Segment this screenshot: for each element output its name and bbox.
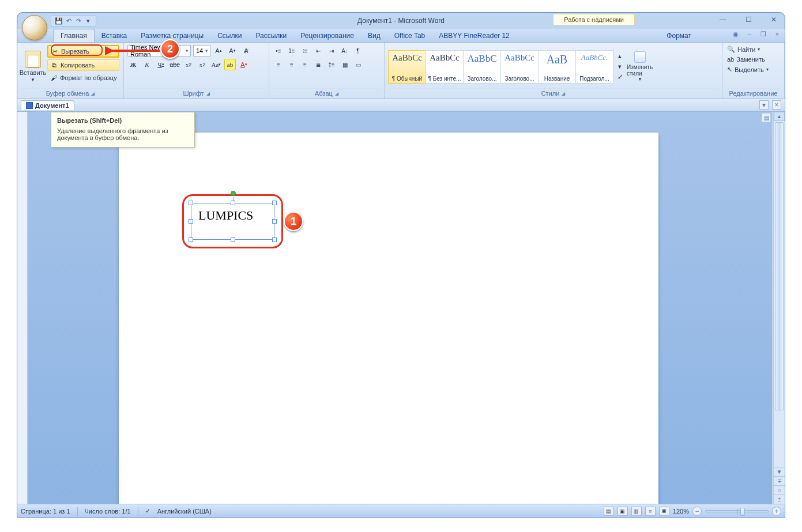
replace-button[interactable]: abЗаменить (726, 55, 781, 63)
maximize-button[interactable]: ☐ (741, 14, 756, 25)
clipboard-dialog-launcher[interactable]: ◢ (91, 91, 95, 96)
italic-button[interactable]: К (141, 59, 153, 70)
superscript-button[interactable]: x2 (197, 59, 208, 70)
prev-page-button[interactable]: ∓ (774, 476, 785, 485)
style-heading1[interactable]: AaBbCЗаголово... (463, 50, 501, 84)
copy-button[interactable]: ⧉ Копировать (47, 59, 119, 71)
grow-font-button[interactable]: A▴ (213, 45, 224, 56)
resize-handle-tl[interactable] (189, 201, 193, 205)
style-no-spacing[interactable]: AaBbCc¶ Без инте... (426, 50, 464, 84)
textbox-text[interactable]: LUMPICS (191, 203, 274, 228)
view-outline[interactable]: ≡ (645, 507, 656, 516)
styles-down-button[interactable]: ▾ (614, 62, 626, 72)
align-center-button[interactable]: ≡ (286, 59, 298, 70)
close-button[interactable]: ✕ (766, 14, 781, 25)
zoom-level[interactable]: 120% (673, 508, 689, 515)
style-subtitle[interactable]: AaBbCc.Подзагол... (575, 50, 613, 84)
status-page[interactable]: Страница: 1 из 1 (21, 508, 70, 515)
shading-button[interactable]: ▦ (339, 59, 351, 70)
textbox-shape[interactable]: LUMPICS (191, 203, 274, 240)
change-case-button[interactable]: Aa▾ (210, 59, 222, 70)
align-right-button[interactable]: ≡ (299, 59, 311, 70)
tab-insert[interactable]: Вставка (95, 29, 134, 42)
tab-office[interactable]: Office Tab (387, 29, 432, 42)
dec-indent-button[interactable]: ⇤ (312, 45, 324, 56)
resize-handle-br[interactable] (272, 237, 277, 242)
styles-more-button[interactable]: ⤢ (614, 72, 626, 82)
mdi-restore-icon[interactable]: ❐ (759, 31, 767, 38)
line-spacing-button[interactable]: ‡≡ (326, 59, 337, 70)
tab-close-button[interactable]: × (772, 100, 781, 110)
scroll-thumb[interactable] (775, 122, 784, 410)
inc-indent-button[interactable]: ⇥ (326, 45, 337, 56)
tab-mailings[interactable]: Рассылки (248, 29, 293, 42)
view-full-screen[interactable]: ▣ (617, 507, 628, 516)
tab-abbyy[interactable]: ABBYY FineReader 12 (432, 29, 517, 42)
font-color-button[interactable]: A▾ (238, 59, 250, 70)
document-tab[interactable]: Документ1 (21, 100, 74, 110)
tab-list-button[interactable]: ▾ (759, 100, 769, 110)
numbering-button[interactable]: 1≡ (286, 45, 298, 56)
paste-button[interactable]: Вставить ▼ (21, 45, 45, 88)
find-button[interactable]: 🔍Найти▾ (726, 45, 781, 54)
zoom-thumb[interactable] (740, 508, 745, 516)
justify-button[interactable]: ≣ (312, 59, 324, 70)
align-left-button[interactable]: ≡ (273, 59, 284, 70)
sort-button[interactable]: A↓ (339, 45, 351, 56)
borders-button[interactable]: ▭ (352, 59, 364, 70)
scroll-down-button[interactable]: ▼ (774, 467, 785, 476)
browse-object-button[interactable]: ○ (774, 485, 785, 495)
resize-handle-b[interactable] (231, 237, 235, 242)
tab-references[interactable]: Ссылки (210, 29, 248, 42)
resize-handle-t[interactable] (231, 201, 235, 205)
rotate-handle[interactable] (231, 191, 236, 196)
help-icon[interactable]: ◉ (732, 31, 740, 38)
vertical-ruler[interactable] (17, 112, 28, 504)
styles-up-button[interactable]: ▴ (614, 51, 626, 62)
minimize-button[interactable]: — (716, 14, 731, 25)
style-title[interactable]: АаВНазвание (538, 50, 576, 84)
view-web-layout[interactable]: ▥ (631, 507, 642, 516)
show-marks-button[interactable]: ¶ (352, 45, 364, 56)
scroll-up-button[interactable]: ▲ (774, 112, 785, 121)
office-button[interactable] (22, 15, 47, 40)
select-button[interactable]: ↖Выделить▾ (726, 65, 781, 74)
tab-view[interactable]: Вид (361, 29, 387, 42)
font-size-combo[interactable]: 14 (193, 45, 210, 56)
bullets-button[interactable]: •≡ (273, 45, 284, 56)
styles-dialog-launcher[interactable]: ◢ (562, 91, 565, 96)
next-page-button[interactable]: ± (774, 495, 785, 504)
status-words[interactable]: Число слов: 1/1 (85, 508, 131, 515)
mdi-close-icon[interactable]: × (773, 31, 781, 38)
resize-handle-bl[interactable] (189, 237, 193, 242)
clear-formatting-button[interactable]: A̷ (240, 45, 252, 56)
multilevel-button[interactable]: ⁝≡ (299, 45, 311, 56)
underline-button[interactable]: Ч▾ (155, 59, 167, 70)
tab-home[interactable]: Главная (53, 29, 95, 42)
highlight-button[interactable]: ab (224, 59, 236, 70)
resize-handle-r[interactable] (272, 219, 277, 224)
zoom-in-button[interactable]: + (772, 507, 781, 516)
spellcheck-icon[interactable]: ✓ (145, 507, 150, 515)
mdi-minimize-icon[interactable]: – (745, 31, 754, 38)
style-normal[interactable]: AaBbCc¶ Обычный (388, 50, 426, 84)
font-dialog-launcher[interactable]: ◢ (206, 91, 210, 96)
zoom-out-button[interactable]: − (692, 507, 702, 516)
bold-button[interactable]: Ж (127, 59, 139, 70)
view-draft[interactable]: ≣ (659, 507, 669, 516)
subscript-button[interactable]: x2 (183, 59, 194, 70)
shrink-font-button[interactable]: A▾ (227, 45, 238, 56)
ruler-toggle-button[interactable]: ▤ (762, 113, 771, 122)
format-painter-button[interactable]: 🖌 Формат по образцу (47, 73, 119, 83)
tab-format[interactable]: Формат (660, 29, 698, 42)
tab-review[interactable]: Рецензирование (293, 29, 361, 42)
status-language[interactable]: Английский (США) (157, 508, 212, 515)
style-heading2[interactable]: AaBbCcЗаголово... (500, 50, 539, 84)
view-print-layout[interactable]: ▤ (604, 507, 614, 516)
change-styles-button[interactable]: Изменить стили ▼ (627, 51, 653, 82)
paragraph-dialog-launcher[interactable]: ◢ (335, 91, 338, 96)
resize-handle-tr[interactable] (272, 201, 277, 205)
page[interactable] (119, 133, 658, 504)
vertical-scrollbar[interactable]: ▲ ▼ ∓ ○ ± (773, 112, 785, 504)
strike-button[interactable]: abc (169, 59, 180, 70)
